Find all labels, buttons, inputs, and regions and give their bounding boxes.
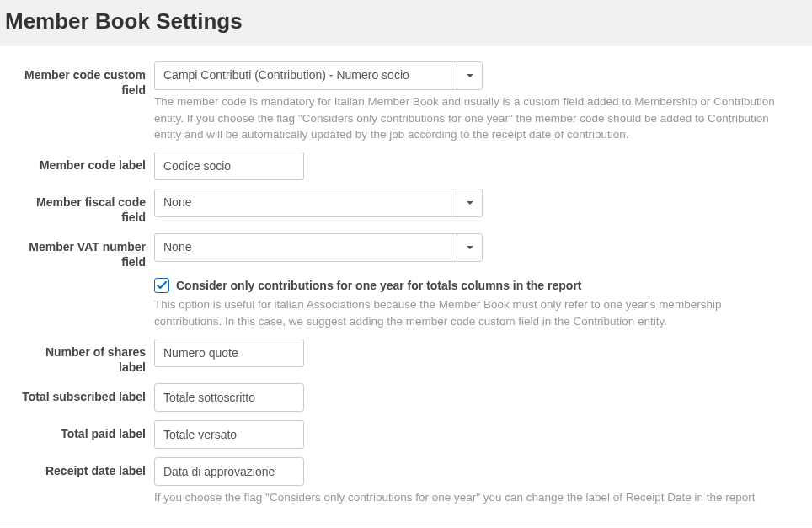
caret-down-icon [467,74,473,77]
dropdown-caret-button[interactable] [457,189,482,216]
dropdown-member-fiscal-code-field[interactable]: None [154,189,483,217]
label-number-of-shares-label: Number of shares label [21,339,154,375]
checkbox-consider-one-year[interactable] [154,278,169,293]
row-number-of-shares-label: Number of shares label [21,339,791,375]
help-consider-one-year: This option is useful for italian Associ… [154,296,791,329]
dropdown-member-code-custom-field[interactable]: Campi Contributi (Contribution) - Numero… [154,61,483,90]
caret-down-icon [467,201,473,205]
row-member-vat-number-field: Member VAT number field None [21,233,791,269]
settings-form: Member code custom field Campi Contribut… [0,46,812,525]
row-consider-one-year: Consider only contributions for one year… [21,278,791,329]
row-total-paid-label: Total paid label [21,420,791,449]
label-member-code-label: Member code label [21,152,154,173]
row-member-code-label: Member code label [21,152,791,180]
help-member-code-custom-field: The member code is mandatory for Italian… [154,93,791,143]
caret-down-icon [467,246,473,249]
check-icon [157,281,167,290]
input-number-of-shares-label[interactable] [154,339,304,367]
row-member-code-custom-field: Member code custom field Campi Contribut… [21,61,791,143]
dropdown-member-vat-number-field[interactable]: None [154,233,483,262]
form-footer: Save Cancel [0,525,812,529]
help-receipt-date-label: If you choose the flag "Considers only c… [154,489,791,506]
page-title: Member Book Settings [5,8,807,35]
dropdown-value: None [155,234,457,261]
dropdown-value: Campi Contributi (Contribution) - Numero… [155,62,457,89]
dropdown-caret-button[interactable] [457,234,482,261]
page-header: Member Book Settings [0,0,812,46]
checkbox-label-consider-one-year: Consider only contributions for one year… [176,279,582,292]
label-total-paid-label: Total paid label [21,420,154,441]
dropdown-caret-button[interactable] [457,62,482,89]
input-total-subscribed-label[interactable] [154,383,304,412]
label-member-vat-number-field: Member VAT number field [21,233,154,269]
label-receipt-date-label: Receipt date label [21,457,154,478]
row-total-subscribed-label: Total subscribed label [21,383,791,412]
input-member-code-label[interactable] [154,152,304,180]
row-member-fiscal-code-field: Member fiscal code field None [21,189,791,225]
row-receipt-date-label: Receipt date label If you choose the fla… [21,457,791,506]
input-receipt-date-label[interactable] [154,457,304,486]
label-member-fiscal-code-field: Member fiscal code field [21,189,154,225]
label-total-subscribed-label: Total subscribed label [21,383,154,404]
input-total-paid-label[interactable] [154,420,304,449]
label-member-code-custom-field: Member code custom field [21,61,154,98]
dropdown-value: None [155,189,457,216]
